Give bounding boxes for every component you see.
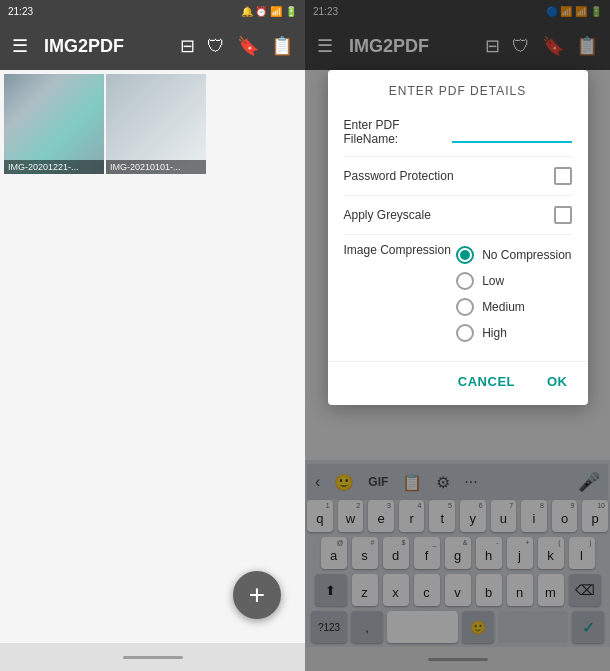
bookmark-icon[interactable]: 🔖: [237, 35, 259, 57]
home-indicator-left: [123, 656, 183, 659]
left-panel: 21:23 🔔 ⏰ 📶 🔋 ☰ IMG2PDF ⊟ 🛡 🔖 📋 IMG-2020…: [0, 0, 305, 671]
filename-label: Enter PDF FileName:: [344, 118, 452, 146]
compression-label: Image Compression: [344, 243, 451, 257]
compression-options: No Compression Low Medium High: [456, 243, 571, 345]
dialog-title: ENTER PDF DETAILS: [328, 70, 588, 108]
left-status-bar: 21:23 🔔 ⏰ 📶 🔋: [0, 0, 305, 22]
greyscale-row: Apply Greyscale: [344, 196, 572, 235]
left-app-bar: ☰ IMG2PDF ⊟ 🛡 🔖 📋: [0, 22, 305, 70]
left-app-bar-icons: ⊟ 🛡 🔖 📋: [180, 35, 293, 57]
radio-no-compression[interactable]: [456, 246, 474, 264]
image-thumbnail-1[interactable]: IMG-20201221-...: [4, 74, 104, 174]
time-left: 21:23: [8, 6, 33, 17]
left-menu-icon[interactable]: ☰: [12, 35, 28, 57]
no-compression-label: No Compression: [482, 248, 571, 262]
right-panel: 21:23 🔵 📶 📶 🔋 ☰ IMG2PDF ⊟ 🛡 🔖 📋 ENTER PD…: [305, 0, 610, 671]
radio-high[interactable]: [456, 324, 474, 342]
status-icons-left: 🔔 ⏰ 📶 🔋: [241, 6, 297, 17]
compression-option-low[interactable]: Low: [456, 269, 571, 293]
left-content-area: IMG-20201221-... IMG-20210101-... +: [0, 70, 305, 643]
thumbnail-2-image: [106, 74, 206, 174]
thumbnail-2-label: IMG-20210101-...: [106, 160, 206, 174]
greyscale-checkbox[interactable]: [554, 206, 572, 224]
ok-button[interactable]: OK: [543, 370, 572, 393]
compression-option-no-compression[interactable]: No Compression: [456, 243, 571, 267]
filter-icon[interactable]: ⊟: [180, 35, 195, 57]
greyscale-label: Apply Greyscale: [344, 208, 431, 222]
status-icons: 🔔 ⏰ 📶 🔋: [241, 6, 297, 17]
compression-row: Image Compression No Compression Low: [344, 235, 572, 353]
high-label: High: [482, 326, 507, 340]
status-time-left: 21:23: [8, 6, 33, 17]
compression-option-medium[interactable]: Medium: [456, 295, 571, 319]
radio-medium[interactable]: [456, 298, 474, 316]
password-row: Password Protection: [344, 157, 572, 196]
cancel-button[interactable]: CANCEL: [454, 370, 519, 393]
thumbnail-1-image: [4, 74, 104, 174]
compression-option-high[interactable]: High: [456, 321, 571, 345]
medium-label: Medium: [482, 300, 525, 314]
dialog-actions: CANCEL OK: [328, 361, 588, 405]
dialog-overlay: ENTER PDF DETAILS Enter PDF FileName: Pa…: [305, 0, 610, 671]
thumbnail-1-label: IMG-20201221-...: [4, 160, 104, 174]
shield-icon[interactable]: 🛡: [207, 36, 225, 57]
dialog-body: Enter PDF FileName: Password Protection …: [328, 108, 588, 361]
left-app-title: IMG2PDF: [44, 36, 164, 57]
left-bottom-nav: [0, 643, 305, 671]
password-checkbox[interactable]: [554, 167, 572, 185]
image-thumbnail-2[interactable]: IMG-20210101-...: [106, 74, 206, 174]
filename-row: Enter PDF FileName:: [344, 108, 572, 157]
radio-low[interactable]: [456, 272, 474, 290]
filename-input[interactable]: [452, 122, 572, 143]
password-label: Password Protection: [344, 169, 454, 183]
fab-icon: +: [249, 579, 265, 611]
fab-add-button[interactable]: +: [233, 571, 281, 619]
image-grid: IMG-20201221-... IMG-20210101-...: [0, 70, 305, 178]
copy-icon[interactable]: 📋: [271, 35, 293, 57]
pdf-details-dialog: ENTER PDF DETAILS Enter PDF FileName: Pa…: [328, 70, 588, 405]
radio-inner-no-compression: [460, 250, 470, 260]
low-label: Low: [482, 274, 504, 288]
